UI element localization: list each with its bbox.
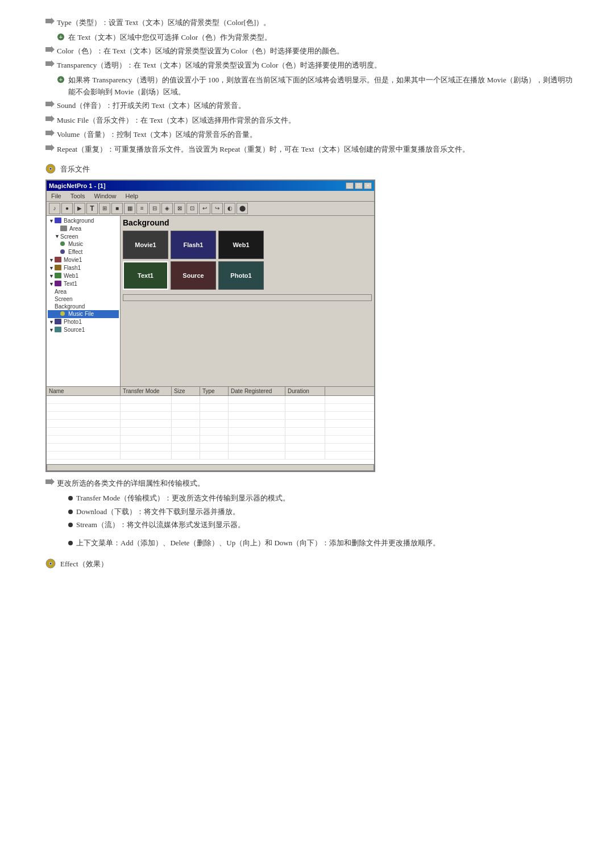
horizontal-scrollbar-main[interactable]	[123, 294, 372, 301]
tree-music-1[interactable]: Music	[48, 240, 119, 248]
main-content: Type（类型）：设置 Text（文本）区域的背景类型（Color[色]）。 +…	[34, 17, 580, 156]
app-bottom-panel: Name Transfer Mode Size Type Date Regist…	[47, 386, 374, 471]
toolbar-btn-7[interactable]: ≡	[136, 203, 148, 214]
tree-music-file[interactable]: Music File	[48, 310, 119, 318]
color-text: Color（色）：在 Text（文本）区域的背景类型设置为 Color（色）时选…	[57, 45, 580, 57]
toolbar-btn-4[interactable]: ⊞	[99, 203, 110, 214]
toolbar-btn-12[interactable]: ↩	[199, 203, 210, 214]
app-body: ▼ Background Area ▼ Screen	[47, 216, 374, 386]
transparency-sub-text: 如果将 Transparency（透明）的值设置小于 100，则放置在当前区域下…	[68, 74, 580, 98]
titlebar-buttons: _ □ ×	[346, 182, 372, 189]
circle-bullet-1	[68, 496, 73, 500]
svg-rect-19	[55, 265, 61, 270]
col-header-name: Name	[47, 387, 121, 395]
horizontal-scrollbar-bottom[interactable]	[47, 464, 374, 471]
tree-flash1[interactable]: ▼ Flash1	[48, 264, 119, 272]
menu-window[interactable]: Window	[92, 192, 118, 200]
tree-web1[interactable]: ▼ Web1	[48, 272, 119, 280]
inner-bullets: Transfer Mode（传输模式）：更改所选文件传输到显示器的模式。 Dow…	[68, 493, 580, 549]
type-text: Type（类型）：设置 Text（文本）区域的背景类型（Color[色]）。	[57, 17, 580, 29]
bullet-type: Type（类型）：设置 Text（文本）区域的背景类型（Color[色]）。	[34, 17, 580, 29]
svg-rect-24	[55, 327, 61, 332]
arrow-icon-5	[45, 115, 57, 124]
background-label: Background	[123, 218, 372, 227]
svg-rect-14	[55, 218, 61, 223]
svg-point-22	[60, 311, 65, 316]
tree-screen-1[interactable]: ▼ Screen	[48, 233, 119, 240]
cell-duration	[285, 396, 325, 403]
bg-cell-text1[interactable]: Text1	[123, 261, 168, 290]
cell-transfer	[121, 396, 172, 403]
col-header-transfer: Transfer Mode	[121, 387, 172, 395]
toolbar-btn-8[interactable]: ⊟	[149, 203, 160, 214]
tree-photo1[interactable]: ▼ Photo1	[48, 318, 119, 326]
tree-movie1[interactable]: ▼ Movie1	[48, 256, 119, 264]
app-window-container: MagicNetPro 1 - [1] _ □ × File Tools Win…	[45, 180, 569, 472]
bg-cell-movie1[interactable]: Movie1	[123, 231, 168, 259]
svg-rect-20	[55, 273, 61, 278]
tree-text1[interactable]: ▼ Text1	[48, 280, 119, 288]
app-window: MagicNetPro 1 - [1] _ □ × File Tools Win…	[45, 180, 375, 472]
toolbar-btn-6[interactable]: ▦	[124, 203, 135, 214]
bg-cell-photo1[interactable]: Photo1	[218, 261, 264, 290]
bg-cell-web1[interactable]: Web1	[218, 231, 264, 259]
app-main-panel: Background Movie1 Flash1 Web1 Text1	[121, 216, 374, 386]
tree-source1[interactable]: ▼ Source1	[48, 326, 119, 334]
svg-marker-25	[45, 478, 55, 485]
table-row	[47, 396, 374, 404]
arrow-icon-note	[45, 478, 57, 487]
tree-area-2[interactable]: Area	[48, 288, 119, 295]
app-menubar: File Tools Window Help	[47, 191, 374, 202]
cell-type	[200, 396, 229, 403]
bg-cell-flash1[interactable]: Flash1	[171, 231, 216, 259]
svg-marker-4	[45, 60, 55, 67]
arrow-icon-4	[45, 101, 57, 110]
menu-help[interactable]: Help	[123, 192, 141, 200]
svg-marker-9	[45, 130, 55, 136]
bg-cell-source[interactable]: Source	[171, 261, 216, 290]
svg-point-13	[50, 168, 52, 169]
download-text: Download（下载）：将文件下载到显示器并播放。	[76, 506, 240, 518]
effect-cd-icon	[45, 558, 57, 570]
toolbar-btn-2[interactable]: ●	[61, 203, 73, 214]
sound-text: Sound（伴音）：打开或关闭 Text（文本）区域的背景音。	[57, 100, 580, 112]
tree-effect-1[interactable]: Effect	[48, 248, 119, 256]
col-header-size: Size	[172, 387, 200, 395]
toolbar-btn-9[interactable]: ◈	[161, 203, 173, 214]
toolbar-btn-14[interactable]: ◐	[224, 203, 235, 214]
close-btn[interactable]: ×	[364, 182, 372, 189]
tree-area-1[interactable]: Area	[48, 225, 119, 233]
svg-marker-3	[45, 46, 55, 53]
effect-label: Effect（效果）	[60, 559, 108, 569]
toolbar-btn-10[interactable]: ⊠	[174, 203, 185, 214]
menu-file[interactable]: File	[49, 192, 64, 200]
toolbar-btn-5[interactable]: ■	[111, 203, 123, 214]
toolbar-btn-13[interactable]: ↪	[211, 203, 223, 214]
toolbar-btn-11[interactable]: ⊡	[186, 203, 198, 214]
background-grid: Movie1 Flash1 Web1 Text1 Source	[123, 231, 372, 290]
stream-text: Stream（流）：将文件以流媒体形式发送到显示器。	[76, 519, 245, 531]
note-header-text: 更改所选的各类文件的详细属性和传输模式。	[57, 478, 580, 490]
maximize-btn[interactable]: □	[355, 182, 363, 189]
svg-rect-23	[55, 319, 61, 324]
toolbar-btn-15[interactable]: ⬤	[237, 203, 248, 214]
circle-bullet-3	[68, 523, 73, 527]
svg-point-28	[50, 562, 52, 564]
toolbar-btn-t[interactable]: T	[86, 203, 98, 214]
music-file-section-header: 音乐文件	[45, 164, 580, 175]
arrow-icon	[45, 18, 57, 27]
toolbar-btn-1[interactable]: ♪	[49, 203, 60, 214]
tree-background[interactable]: ▼ Background	[48, 217, 119, 225]
tree-screen-2[interactable]: Screen	[48, 295, 119, 303]
minimize-btn[interactable]: _	[346, 182, 354, 189]
table-rows	[47, 396, 374, 464]
table-row	[47, 404, 374, 412]
table-header-row: Name Transfer Mode Size Type Date Regist…	[47, 387, 374, 396]
effect-section-header: Effect（效果）	[45, 558, 580, 570]
menu-tools[interactable]: Tools	[68, 192, 88, 200]
tree-background-2[interactable]: Background	[48, 303, 119, 310]
music-file-text: Music File（音乐文件）：在 Text（文本）区域选择用作背景的音乐文件…	[57, 115, 580, 127]
cd-icon	[45, 164, 57, 175]
toolbar-btn-3[interactable]: ▶	[74, 203, 85, 214]
bullet-volume: Volume（音量）：控制 Text（文本）区域的背景音乐的音量。	[34, 129, 580, 141]
